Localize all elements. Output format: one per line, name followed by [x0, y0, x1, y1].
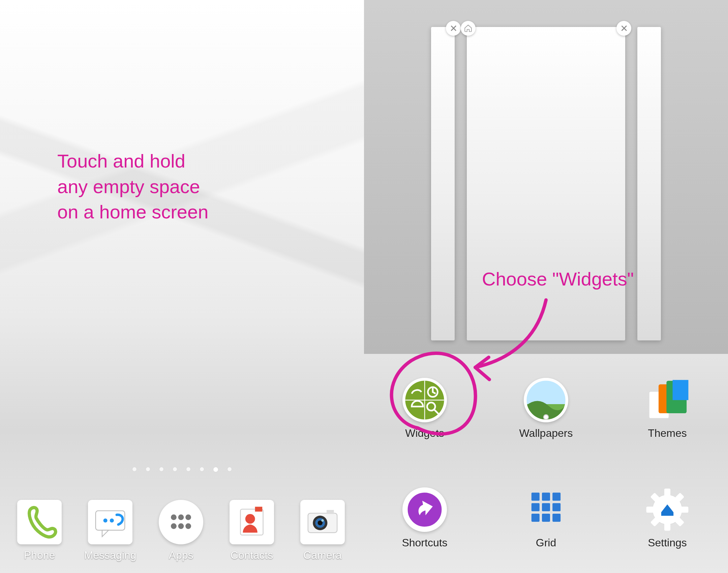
dock-phone-label: Phone [24, 549, 55, 562]
svg-rect-33 [552, 493, 560, 501]
page-dot[interactable] [186, 467, 190, 471]
svg-point-17 [321, 519, 324, 522]
menu-themes[interactable]: Themes [639, 378, 696, 440]
home-screen-overview[interactable]: ✕ ✕ [364, 0, 728, 354]
menu-widgets[interactable]: Widgets [396, 378, 453, 440]
grid-icon [524, 487, 568, 532]
contacts-icon [230, 500, 274, 544]
right-home-editor: ✕ ✕ Choose "Widgets" Widgets [364, 0, 728, 573]
messaging-icon [88, 500, 132, 544]
menu-grid[interactable]: Grid [517, 487, 575, 549]
svg-point-8 [185, 523, 191, 529]
shortcuts-icon [402, 487, 447, 532]
svg-rect-38 [542, 514, 550, 522]
home-icon[interactable] [461, 21, 476, 36]
svg-point-11 [245, 514, 255, 524]
widgets-icon [402, 378, 447, 422]
page-dot[interactable] [200, 467, 204, 471]
close-icon[interactable]: ✕ [446, 21, 461, 36]
page-dot[interactable] [132, 467, 136, 471]
left-home-screen[interactable]: Touch and hold any empty space on a home… [0, 0, 364, 573]
overview-thumb-center[interactable]: ✕ [467, 27, 625, 340]
svg-rect-32 [542, 493, 550, 501]
dock-messaging[interactable]: Messaging [82, 500, 139, 562]
menu-wallpapers-label: Wallpapers [519, 427, 573, 440]
page-dot[interactable] [159, 467, 163, 471]
svg-point-4 [178, 514, 184, 520]
svg-rect-34 [532, 503, 540, 511]
menu-grid-label: Grid [536, 537, 556, 549]
menu-settings-label: Settings [648, 537, 687, 549]
svg-rect-10 [255, 507, 263, 511]
wallpaper-left [0, 0, 364, 573]
svg-point-6 [171, 523, 177, 529]
svg-rect-13 [327, 510, 334, 514]
dock-contacts[interactable]: Contacts [223, 500, 280, 562]
menu-settings[interactable]: Settings [639, 487, 696, 549]
page-dot[interactable] [228, 467, 232, 471]
wallpapers-icon [524, 378, 568, 422]
svg-point-1 [103, 518, 108, 522]
overview-thumb-left[interactable]: ✕ [431, 27, 455, 340]
svg-point-2 [110, 518, 114, 522]
phone-icon [17, 500, 62, 544]
svg-point-5 [185, 514, 191, 520]
svg-rect-35 [542, 503, 550, 511]
apps-icon [159, 500, 203, 544]
dock-messaging-label: Messaging [84, 549, 136, 562]
page-dot[interactable] [213, 467, 218, 472]
svg-rect-39 [552, 514, 560, 522]
menu-shortcuts-label: Shortcuts [402, 537, 447, 549]
menu-shortcuts[interactable]: Shortcuts [396, 487, 453, 549]
svg-point-24 [544, 415, 548, 419]
svg-point-7 [178, 523, 184, 529]
svg-rect-41 [664, 489, 670, 496]
instruction-callout-left: Touch and hold any empty space on a home… [57, 148, 208, 225]
dock-phone[interactable]: Phone [11, 500, 68, 562]
svg-rect-36 [552, 503, 560, 511]
settings-icon [645, 487, 690, 532]
page-dot[interactable] [173, 467, 177, 471]
dock-apps[interactable]: Apps [152, 500, 210, 562]
dock-contacts-label: Contacts [231, 549, 273, 562]
dock: Phone Messaging Apps Contacts [11, 500, 353, 562]
page-indicator [0, 467, 364, 472]
dock-camera-label: Camera [303, 549, 342, 562]
instruction-callout-right: Choose "Widgets" [482, 266, 634, 292]
editor-menu-grid: Widgets Wallpapers Themes Shortcuts [364, 354, 728, 573]
page-dot[interactable] [146, 467, 150, 471]
dock-apps-label: Apps [169, 549, 193, 562]
svg-marker-28 [673, 380, 689, 400]
overview-thumb-right[interactable] [637, 27, 661, 340]
themes-icon [645, 378, 690, 422]
camera-icon [300, 500, 345, 544]
menu-wallpapers[interactable]: Wallpapers [517, 378, 575, 440]
svg-rect-22 [526, 380, 566, 404]
svg-rect-37 [532, 514, 540, 522]
svg-rect-31 [532, 493, 540, 501]
close-icon[interactable]: ✕ [616, 21, 631, 36]
svg-point-3 [171, 514, 177, 520]
menu-themes-label: Themes [648, 427, 687, 440]
menu-widgets-label: Widgets [405, 427, 444, 440]
dock-camera[interactable]: Camera [294, 500, 351, 562]
